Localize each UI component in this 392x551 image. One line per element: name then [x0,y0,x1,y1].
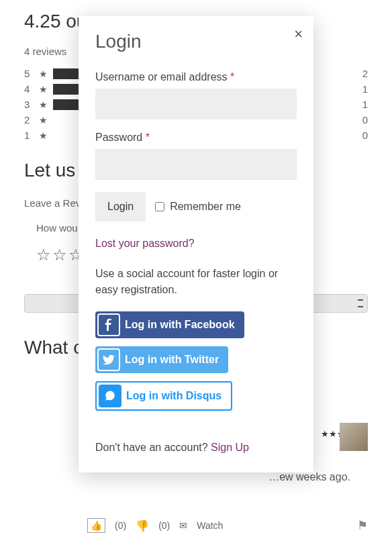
login-button[interactable]: Login [95,192,146,221]
review-actions: 👍 (0) 👎 (0) ✉ Watch ⚑ [87,518,368,533]
login-facebook-button[interactable]: Log in with Facebook [95,311,244,338]
close-icon[interactable]: × [294,26,303,43]
username-label: Username or email address * [95,71,297,83]
twitter-icon [95,346,122,373]
rating-number: 4 [24,83,34,95]
watch-label[interactable]: Watch [197,520,223,531]
down-count: (0) [158,520,170,531]
rating-number: 2 [24,114,34,126]
remember-label: Remember me [170,201,241,213]
star-icon: ★ [39,130,48,141]
rating-count: 0 [357,130,368,141]
lost-password-link[interactable]: Lost your password? [95,238,195,250]
star-icon: ★ [39,84,48,95]
star-outline-icon[interactable]: ☆ [52,246,67,264]
rating-number: 3 [24,99,34,110]
login-disqus-button[interactable]: Log in with Disqus [95,381,232,411]
rating-number: 5 [24,68,34,79]
modal-title: Login [95,31,297,52]
password-input[interactable] [95,149,297,180]
rating-count: 2 [357,68,368,79]
up-count: (0) [115,520,126,531]
login-twitter-button[interactable]: Log in with Twitter [95,346,228,373]
star-icon: ★ [39,99,48,110]
review-text: …ew weeks ago. [87,471,350,483]
disqus-icon [97,383,124,409]
flag-icon[interactable]: ⚑ [357,518,368,533]
star-icon: ★ [39,115,48,126]
thumbs-up-icon[interactable]: 👍 [87,518,105,533]
rating-count: 1 [357,83,368,95]
login-modal: × Login Username or email address * Pass… [79,16,313,472]
remember-checkbox[interactable] [155,202,164,211]
password-label: Password * [95,132,297,144]
facebook-icon [95,311,122,338]
mail-icon[interactable]: ✉ [179,520,187,531]
remember-me[interactable]: Remember me [155,201,241,213]
avatar [340,423,368,451]
signup-prompt: Don't have an account? Sign Up [95,442,297,454]
social-note: Use a social account for faster login or… [95,266,297,298]
thumbs-down-icon[interactable]: 👎 [136,519,149,532]
star-outline-icon[interactable]: ☆ [36,246,51,264]
rating-count: 0 [357,114,368,126]
rating-count: 1 [357,99,368,110]
username-input[interactable] [95,89,297,119]
signup-link[interactable]: Sign Up [211,442,249,453]
rating-number: 1 [24,130,34,141]
star-icon: ★ [39,68,48,79]
